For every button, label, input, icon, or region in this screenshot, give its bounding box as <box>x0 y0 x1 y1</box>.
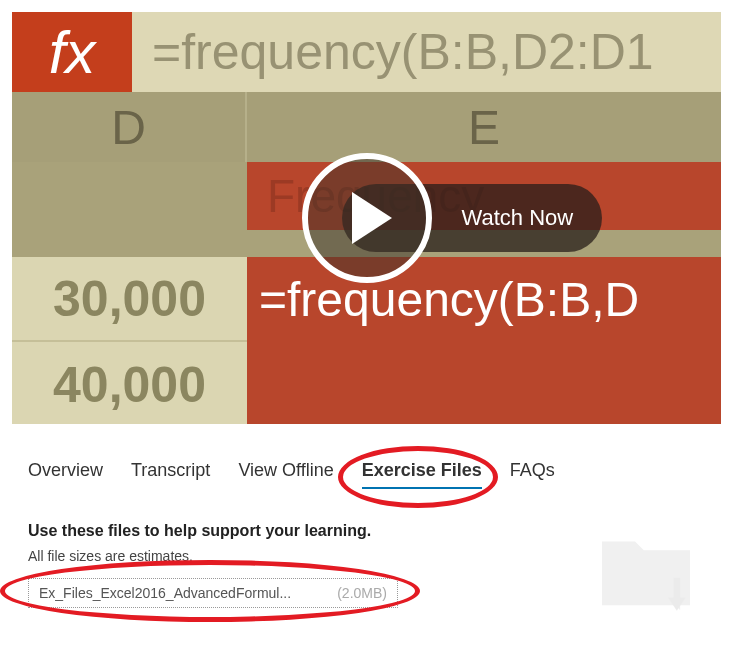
exercise-file-link[interactable]: Ex_Files_Excel2016_AdvancedFormul... (2.… <box>28 578 398 608</box>
column-header-e: E <box>247 92 721 162</box>
play-button[interactable] <box>302 153 432 283</box>
tab-transcript[interactable]: Transcript <box>131 460 210 489</box>
fx-box: fx <box>12 12 132 92</box>
cell-blank <box>247 342 721 424</box>
tab-exercise-files[interactable]: Exercise Files <box>362 460 482 489</box>
play-icon <box>352 192 392 244</box>
tab-view-offline[interactable]: View Offline <box>238 460 333 489</box>
cell-40000: 40,000 <box>12 342 247 424</box>
tab-content: Use these files to help support your lea… <box>0 504 731 626</box>
video-player[interactable]: fx =frequency(B:B,D2:D1 D E Frequency 30… <box>12 12 721 424</box>
svg-rect-1 <box>674 578 681 602</box>
formula-bar: =frequency(B:B,D2:D1 <box>132 12 721 92</box>
watch-now-label: Watch Now <box>462 205 574 231</box>
file-size: (2.0MB) <box>337 585 387 601</box>
tab-overview[interactable]: Overview <box>28 460 103 489</box>
file-name: Ex_Files_Excel2016_AdvancedFormul... <box>39 585 291 601</box>
column-header-d: D <box>12 92 247 162</box>
tab-bar: Overview Transcript View Offline Exercis… <box>0 436 731 504</box>
download-folder-icon <box>591 514 701 626</box>
tab-faqs[interactable]: FAQs <box>510 460 555 489</box>
cell-30000: 30,000 <box>12 257 247 342</box>
